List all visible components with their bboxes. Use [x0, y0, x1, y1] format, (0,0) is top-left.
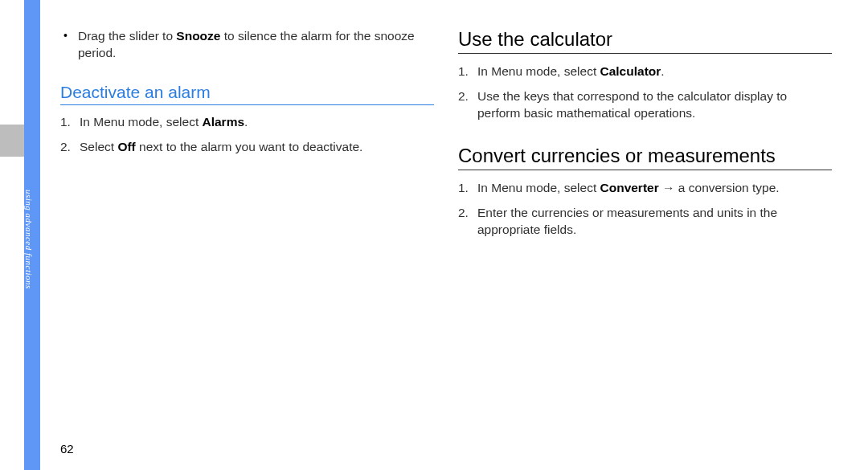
snooze-bullet: • Drag the slider to Snooze to silence t… [60, 28, 434, 62]
deactivate-step-1: 1. In Menu mode, select Alarms. [60, 113, 434, 131]
step-text: Enter the currencies or measurements and… [477, 204, 832, 239]
text-segment: In Menu mode, select [477, 64, 600, 78]
convert-step-2: 2. Enter the currencies or measurements … [458, 204, 832, 239]
side-grey-tab [0, 125, 24, 157]
step-number: 2. [60, 138, 80, 156]
heading-convert: Convert currencies or measurements [458, 145, 832, 170]
bold-converter: Converter [600, 181, 659, 194]
step-text: In Menu mode, select Converter → a conve… [477, 179, 832, 197]
step-text: Use the keys that correspond to the calc… [477, 88, 832, 122]
text-segment: In Menu mode, select [80, 115, 203, 129]
text-segment: . [244, 115, 248, 129]
side-vertical-label: using advanced functions [24, 190, 34, 289]
snooze-bullet-text: Drag the slider to Snooze to silence the… [78, 28, 434, 62]
step-number: 1. [458, 179, 477, 197]
text-segment: next to the alarm you want to deactivate… [136, 140, 363, 153]
deactivate-step-2: 2. Select Off next to the alarm you want… [60, 138, 434, 156]
convert-step-1: 1. In Menu mode, select Converter → a co… [458, 179, 832, 197]
side-vertical-label-container: using advanced functions [24, 159, 40, 320]
manual-page: using advanced functions • Drag the slid… [0, 0, 868, 470]
step-number: 2. [458, 88, 477, 122]
text-segment: Drag the slider to [78, 29, 176, 43]
calc-step-1: 1. In Menu mode, select Calculator. [458, 63, 832, 80]
right-column: Use the calculator 1. In Menu mode, sele… [458, 28, 832, 462]
bold-alarms: Alarms [203, 115, 245, 129]
step-number: 2. [458, 204, 477, 239]
bold-off: Off [117, 140, 135, 153]
calc-step-2: 2. Use the keys that correspond to the c… [458, 88, 832, 122]
left-column: • Drag the slider to Snooze to silence t… [60, 28, 434, 462]
step-number: 1. [458, 63, 477, 80]
text-segment: In Menu mode, select [477, 181, 600, 194]
heading-calculator: Use the calculator [458, 28, 832, 54]
page-number: 62 [60, 442, 74, 456]
text-segment: . [661, 64, 664, 78]
heading-deactivate-alarm: Deactivate an alarm [60, 83, 434, 105]
text-segment: Select [80, 140, 117, 153]
step-text: Select Off next to the alarm you want to… [80, 138, 434, 156]
text-segment: → a conversion type. [659, 181, 780, 194]
step-text: In Menu mode, select Alarms. [80, 113, 434, 131]
step-number: 1. [60, 113, 80, 131]
bullet-dot: • [60, 28, 78, 62]
step-text: In Menu mode, select Calculator. [477, 63, 832, 80]
bold-snooze: Snooze [176, 29, 220, 43]
bold-calculator: Calculator [600, 64, 661, 78]
page-content: • Drag the slider to Snooze to silence t… [60, 28, 848, 462]
